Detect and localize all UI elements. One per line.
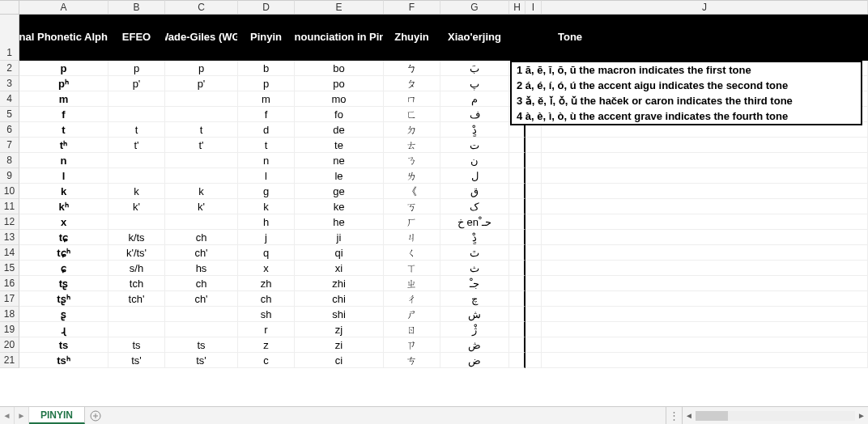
cell[interactable]: tch: [108, 276, 165, 291]
cell[interactable]: [542, 245, 868, 261]
scroll-thumb[interactable]: [696, 411, 728, 421]
cell[interactable]: پ: [440, 76, 509, 91]
cell[interactable]: kʰ: [19, 199, 108, 214]
cell[interactable]: [509, 138, 525, 153]
cell[interactable]: ke: [295, 199, 384, 214]
cell[interactable]: ㄊ: [384, 138, 440, 153]
cell[interactable]: s/h: [108, 261, 165, 276]
col-letter-I[interactable]: I: [525, 0, 542, 14]
cell[interactable]: [165, 107, 238, 122]
cell[interactable]: ㄗ: [384, 337, 440, 353]
cell[interactable]: ض: [440, 353, 509, 368]
cell[interactable]: [165, 91, 238, 107]
cell[interactable]: [509, 153, 525, 168]
cell[interactable]: [509, 337, 525, 353]
cell[interactable]: [525, 291, 542, 307]
cell[interactable]: [509, 184, 525, 199]
cell[interactable]: ts: [19, 337, 108, 353]
cell[interactable]: [165, 214, 238, 230]
cell[interactable]: ㄋ: [384, 153, 440, 168]
cell[interactable]: [525, 337, 542, 353]
cell[interactable]: [525, 307, 542, 322]
cell[interactable]: k: [238, 199, 295, 214]
cell[interactable]: t: [165, 122, 238, 138]
cell[interactable]: t': [165, 138, 238, 153]
col-letter-J[interactable]: J: [542, 0, 868, 14]
cell[interactable]: k': [108, 199, 165, 214]
cell[interactable]: [525, 138, 542, 153]
sheet-tab-pinyin[interactable]: PINYIN: [29, 407, 85, 424]
cell[interactable]: fo: [295, 107, 384, 122]
cell[interactable]: [542, 276, 868, 291]
cell[interactable]: ge: [295, 184, 384, 199]
cell[interactable]: [525, 276, 542, 291]
cell[interactable]: بَ: [440, 61, 509, 76]
cell[interactable]: [108, 107, 165, 122]
cell[interactable]: p: [108, 61, 165, 76]
row-number[interactable]: 6: [0, 122, 19, 138]
cell[interactable]: [165, 307, 238, 322]
cell[interactable]: ㄓ: [384, 276, 440, 291]
cell[interactable]: le: [295, 168, 384, 184]
cell[interactable]: [525, 230, 542, 245]
cell[interactable]: ک: [440, 199, 509, 214]
cell[interactable]: ل: [440, 168, 509, 184]
cell[interactable]: [509, 307, 525, 322]
cell[interactable]: [509, 199, 525, 214]
header-xiaoerjing[interactable]: Xiao'erjing: [440, 15, 509, 61]
scroll-track[interactable]: [696, 411, 855, 421]
cell[interactable]: tʰ: [19, 138, 108, 153]
cell[interactable]: [509, 230, 525, 245]
row-number[interactable]: 18: [0, 307, 19, 322]
cell[interactable]: b: [238, 61, 295, 76]
cell[interactable]: دٍْ: [440, 122, 509, 138]
cell[interactable]: m: [238, 91, 295, 107]
select-all-corner[interactable]: [0, 0, 19, 14]
col-letter-A[interactable]: A: [19, 0, 108, 14]
cell[interactable]: ژْ: [440, 322, 509, 337]
cell[interactable]: k'/ts': [108, 245, 165, 261]
row-number[interactable]: 19: [0, 322, 19, 337]
cell[interactable]: ts': [108, 353, 165, 368]
row-number[interactable]: 3: [0, 76, 19, 91]
row-number[interactable]: 15: [0, 261, 19, 276]
row-number[interactable]: 16: [0, 276, 19, 291]
cell[interactable]: zj: [295, 322, 384, 337]
cell[interactable]: z: [238, 337, 295, 353]
cell[interactable]: [509, 245, 525, 261]
cell[interactable]: x: [19, 214, 108, 230]
cell[interactable]: he: [295, 214, 384, 230]
cell[interactable]: c: [238, 353, 295, 368]
row-number[interactable]: 9: [0, 168, 19, 184]
cell[interactable]: tch': [108, 291, 165, 307]
cell[interactable]: j: [238, 230, 295, 245]
cell[interactable]: [165, 153, 238, 168]
row-number[interactable]: 2: [0, 61, 19, 76]
cell[interactable]: [542, 230, 868, 245]
cell[interactable]: tʂ: [19, 276, 108, 291]
cell[interactable]: t: [238, 138, 295, 153]
cell[interactable]: k/ts: [108, 230, 165, 245]
cell[interactable]: ㄖ: [384, 322, 440, 337]
cell[interactable]: ن: [440, 153, 509, 168]
cell[interactable]: ts': [165, 353, 238, 368]
cell[interactable]: [542, 153, 868, 168]
cell[interactable]: n: [238, 153, 295, 168]
cell[interactable]: po: [295, 76, 384, 91]
cell[interactable]: [542, 199, 868, 214]
cell[interactable]: n: [19, 153, 108, 168]
col-letter-G[interactable]: G: [440, 0, 509, 14]
cell[interactable]: tɕʰ: [19, 245, 108, 261]
cell[interactable]: hs: [165, 261, 238, 276]
cell[interactable]: [525, 214, 542, 230]
cell[interactable]: ts: [108, 337, 165, 353]
cell[interactable]: ㄘ: [384, 353, 440, 368]
cell[interactable]: [108, 91, 165, 107]
cell[interactable]: ci: [295, 353, 384, 368]
cell[interactable]: xi: [295, 261, 384, 276]
header-zhuyin[interactable]: Zhuyin: [384, 15, 440, 61]
cell[interactable]: ㄐ: [384, 230, 440, 245]
header-tone[interactable]: Tone: [542, 15, 868, 61]
row-number[interactable]: 8: [0, 153, 19, 168]
cell[interactable]: ㄔ: [384, 291, 440, 307]
